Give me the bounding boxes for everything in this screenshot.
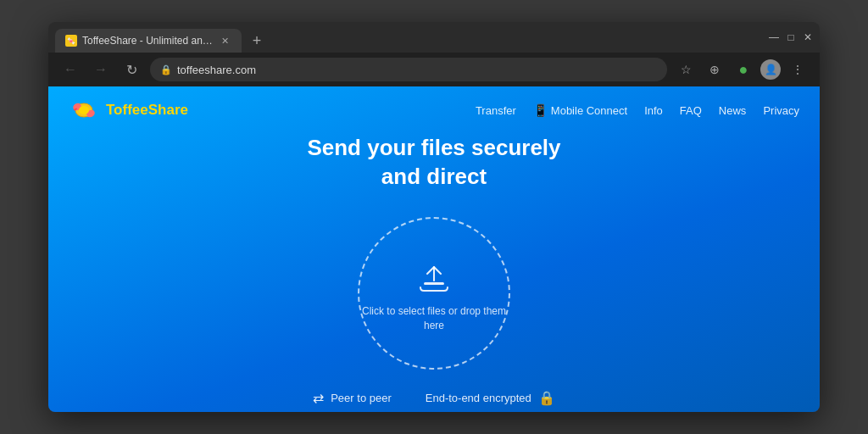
new-tab-button[interactable]: + bbox=[245, 29, 269, 53]
peer-icon: ⇄ bbox=[313, 390, 324, 406]
window-controls: — □ ✕ bbox=[769, 32, 813, 42]
website-content: ToffeeShare Transfer 📱 Mobile Connect In… bbox=[48, 86, 820, 412]
nav-info[interactable]: Info bbox=[644, 104, 663, 117]
site-navigation: ToffeeShare Transfer 📱 Mobile Connect In… bbox=[48, 86, 820, 134]
reload-button[interactable]: ↻ bbox=[120, 58, 143, 81]
features-row: ⇄ Peer to peer End-to-end encrypted 🔒 bbox=[313, 390, 555, 406]
title-bar: 🍬 ToffeeShare - Unlimited and sec... ✕ +… bbox=[48, 22, 820, 53]
url-text: toffeeshare.com bbox=[177, 64, 256, 76]
nav-transfer[interactable]: Transfer bbox=[476, 104, 516, 117]
profile-icon[interactable]: ● bbox=[732, 58, 755, 81]
feature-encrypted: End-to-end encrypted 🔒 bbox=[426, 390, 555, 406]
drop-zone-text: Click to select files or drop them here bbox=[359, 304, 509, 333]
feature-p2p-label: Peer to peer bbox=[331, 392, 392, 404]
feature-encrypted-label: End-to-end encrypted bbox=[426, 392, 531, 404]
minimize-button[interactable]: — bbox=[769, 32, 779, 42]
nav-news[interactable]: News bbox=[719, 104, 747, 117]
tab-area: 🍬 ToffeeShare - Unlimited and sec... ✕ + bbox=[55, 22, 769, 53]
feature-p2p: ⇄ Peer to peer bbox=[313, 390, 392, 406]
nav-mobile-connect[interactable]: 📱 Mobile Connect bbox=[533, 103, 627, 117]
avatar-icon[interactable]: 👤 bbox=[760, 59, 781, 80]
upload-icon bbox=[414, 253, 454, 294]
url-bar[interactable]: 🔒 toffeeshare.com bbox=[150, 58, 667, 81]
site-logo[interactable]: ToffeeShare bbox=[69, 98, 188, 122]
svg-rect-5 bbox=[424, 282, 444, 285]
menu-icon[interactable]: ⋮ bbox=[786, 58, 810, 81]
tab-favicon: 🍬 bbox=[65, 35, 77, 47]
logo-candy-icon bbox=[69, 98, 99, 122]
logo-text: ToffeeShare bbox=[106, 102, 188, 119]
nav-faq[interactable]: FAQ bbox=[680, 104, 702, 117]
mobile-icon: 📱 bbox=[533, 103, 548, 117]
lock-feature-icon: 🔒 bbox=[538, 390, 555, 406]
file-drop-zone[interactable]: Click to select files or drop them here bbox=[358, 217, 510, 370]
toolbar-icons: ☆ ⊕ ● 👤 ⋮ bbox=[674, 58, 810, 81]
tab-title: ToffeeShare - Unlimited and sec... bbox=[82, 35, 213, 47]
bookmark-icon[interactable]: ☆ bbox=[674, 58, 698, 81]
extensions-icon[interactable]: ⊕ bbox=[703, 58, 726, 81]
hero-title: Send your files securely and direct bbox=[307, 134, 560, 192]
forward-button[interactable]: → bbox=[89, 58, 113, 81]
nav-privacy[interactable]: Privacy bbox=[763, 104, 799, 117]
back-button[interactable]: ← bbox=[58, 58, 82, 81]
browser-tab[interactable]: 🍬 ToffeeShare - Unlimited and sec... ✕ bbox=[55, 29, 242, 53]
svg-point-3 bbox=[79, 106, 89, 114]
lock-icon: 🔒 bbox=[160, 64, 172, 75]
tab-close-button[interactable]: ✕ bbox=[218, 34, 231, 47]
hero-section: Send your files securely and direct Clic… bbox=[48, 134, 820, 412]
nav-links: Transfer 📱 Mobile Connect Info FAQ News … bbox=[476, 103, 799, 117]
address-bar: ← → ↻ 🔒 toffeeshare.com ☆ ⊕ ● 👤 ⋮ bbox=[48, 53, 820, 86]
maximize-button[interactable]: □ bbox=[786, 32, 796, 42]
close-button[interactable]: ✕ bbox=[803, 32, 813, 42]
browser-window: 🍬 ToffeeShare - Unlimited and sec... ✕ +… bbox=[48, 22, 820, 412]
